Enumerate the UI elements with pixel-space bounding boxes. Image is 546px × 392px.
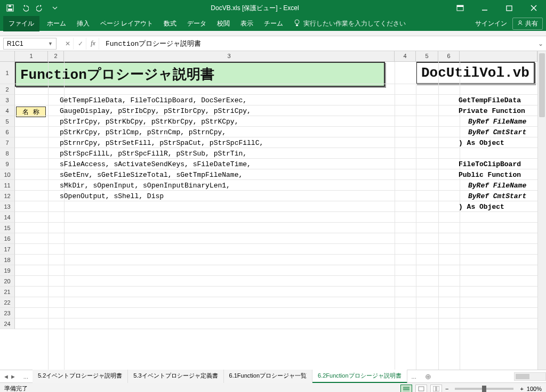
cell-body-line[interactable]: pStrIrCpy, pStrKbCpy, pStrKbrCpy, pStrKC… [60,118,238,126]
tab-file[interactable]: ファイル [3,16,39,31]
row-header[interactable]: 1 [0,62,15,84]
cell-title-main[interactable]: Functionプロシージャ説明書 [15,62,385,87]
col-header[interactable] [460,51,537,62]
cell-right-line[interactable]: ByRef CmtStart [468,128,526,136]
share-button[interactable]: 共有 [512,18,543,30]
sheet-tab[interactable]: 6.2Functionプロシージャ説明書 [312,370,407,383]
cell-right-line[interactable]: ) As Object [459,203,504,211]
cell-right-line[interactable]: FileToClipBoard [459,160,521,168]
row-header[interactable]: 9 [0,159,15,169]
tell-me-search[interactable]: 実行したい作業を入力してください [294,19,406,28]
save-icon[interactable] [3,2,17,14]
formula-expand-icon[interactable]: ⌄ [535,40,546,47]
cell-right-line[interactable]: GetTempFileData [459,96,521,104]
zoom-out-icon[interactable]: − [445,386,448,392]
accept-formula-icon[interactable]: ✓ [75,38,86,50]
tab-nav-more-left[interactable]: ... [19,371,33,382]
col-header[interactable]: 1 [15,51,48,62]
redo-icon[interactable] [33,2,47,14]
row-header[interactable]: 7 [0,137,15,148]
zoom-in-icon[interactable]: + [520,386,523,392]
row-header[interactable]: 14 [0,212,15,223]
row-header[interactable]: 18 [0,255,15,265]
tab-7[interactable]: チーム [259,16,288,31]
new-sheet-icon[interactable]: ⊕ [421,372,436,381]
row-header[interactable]: 5 [0,116,15,127]
row-header[interactable]: 10 [0,169,15,180]
tab-6[interactable]: 表示 [235,16,259,31]
row-header[interactable]: 22 [0,297,15,308]
cell-body-line[interactable]: pStrSpcFillL, pStrSpcFillR, pStrSub, pSt… [60,150,247,158]
chevron-down-icon[interactable]: ▼ [48,41,53,46]
view-normal-icon[interactable] [400,385,412,393]
zoom-value[interactable]: 100% [527,386,542,392]
cell-right-line[interactable]: ByRef CmtStart [468,192,526,200]
cell-right-line[interactable]: ) As Object [459,139,504,147]
col-header[interactable]: 2 [48,51,64,62]
row-header[interactable]: 19 [0,265,15,276]
ribbon-display-icon[interactable] [448,0,472,16]
tab-3[interactable]: 数式 [158,16,182,31]
sheet-tab[interactable]: 5.2イベントプロシージャ説明書 [33,370,128,383]
qat-customize-icon[interactable] [48,2,62,14]
row-header[interactable]: 3 [0,95,15,105]
sheet-tab[interactable]: 5.3イベントプロシージャ定義書 [128,370,223,383]
row-header[interactable]: 15 [0,223,15,233]
col-header[interactable]: 4 [395,51,416,62]
cell-right-line[interactable]: ByRef FileName [468,182,526,190]
row-header[interactable]: 6 [0,127,15,137]
row-header[interactable]: 16 [0,233,15,244]
cancel-formula-icon[interactable]: ✕ [62,38,74,50]
col-header[interactable]: 3 [64,51,395,62]
row-header[interactable]: 4 [0,105,15,116]
row-header[interactable]: 11 [0,180,15,191]
tab-0[interactable]: ホーム [42,16,71,31]
tab-5[interactable]: 校閲 [212,16,235,31]
cell-body-line[interactable]: pStrKrCpy, pStrlCmp, pStrnCmp, pStrnCpy, [60,128,226,136]
row-header[interactable]: 24 [0,318,15,329]
row-header[interactable]: 17 [0,244,15,255]
cell-body-line[interactable]: sMkDir, sOpenInput, sOpenInputBinaryLen1… [60,182,230,190]
row-header[interactable]: 20 [0,276,15,287]
sheet-tab[interactable]: 6.1Functionプロシージャ一覧 [224,370,312,383]
cell-body-line[interactable]: GetTempFileData, FileToClipBoard, DocSer… [60,96,247,104]
cell-right-line[interactable]: ByRef FileName [468,118,526,126]
cell-body-line[interactable]: sGetEnv, sGetFileSizeTotal, sGetTmpFileN… [60,171,243,179]
signin-link[interactable]: サインイン [475,19,507,28]
undo-icon[interactable] [18,2,32,14]
view-page-layout-icon[interactable] [415,385,427,393]
cell-body-line[interactable]: sOpenOutput, sShell, Disp [60,192,164,200]
tab-nav-next-icon[interactable]: ► [10,373,16,380]
maximize-icon[interactable] [497,0,521,16]
select-all-corner[interactable] [0,51,15,62]
tab-2[interactable]: ページ レイアウト [95,16,158,31]
view-page-break-icon[interactable] [430,385,442,393]
row-header[interactable]: 21 [0,287,15,297]
cell-body-line[interactable]: GaugeDisplay, pStrIbCpy, pStrIbrCpy, pSt… [60,107,251,115]
minimize-icon[interactable] [472,0,497,16]
horizontal-scrollbar[interactable] [514,372,546,381]
cell-body-line[interactable]: pStrnrCpy, pStrSetFill, pStrSpaCut, pStr… [60,139,263,147]
cell-right-line[interactable]: Private Function [459,107,525,115]
name-box[interactable]: R1C1 ▼ [3,38,57,50]
row-header[interactable]: 12 [0,191,15,201]
fx-icon[interactable]: fx [87,38,99,50]
formula-bar[interactable] [101,38,535,50]
cell-title-file[interactable]: DocUtilVol.vb [416,62,535,84]
zoom-slider[interactable] [455,388,513,390]
row-header[interactable]: 8 [0,148,15,159]
tab-nav-prev-icon[interactable]: ◄ [3,373,9,380]
tab-4[interactable]: データ [182,16,212,31]
vertical-scrollbar[interactable] [537,51,546,370]
cell-body-line[interactable]: sFileAccess, sActivateSendKeys, sFileDat… [60,160,251,168]
tab-nav-more-right[interactable]: ... [407,371,421,382]
col-header[interactable]: 5 [416,51,438,62]
spreadsheet-grid[interactable]: 123456 123456789101112131415161718192021… [0,51,546,370]
tab-1[interactable]: 挿入 [71,16,95,31]
row-header[interactable]: 13 [0,201,15,212]
close-icon[interactable] [521,0,546,16]
row-header[interactable]: 23 [0,308,15,318]
col-header[interactable]: 6 [438,51,460,62]
cell-right-line[interactable]: Public Function [459,171,521,179]
row-header[interactable]: 2 [0,84,15,95]
